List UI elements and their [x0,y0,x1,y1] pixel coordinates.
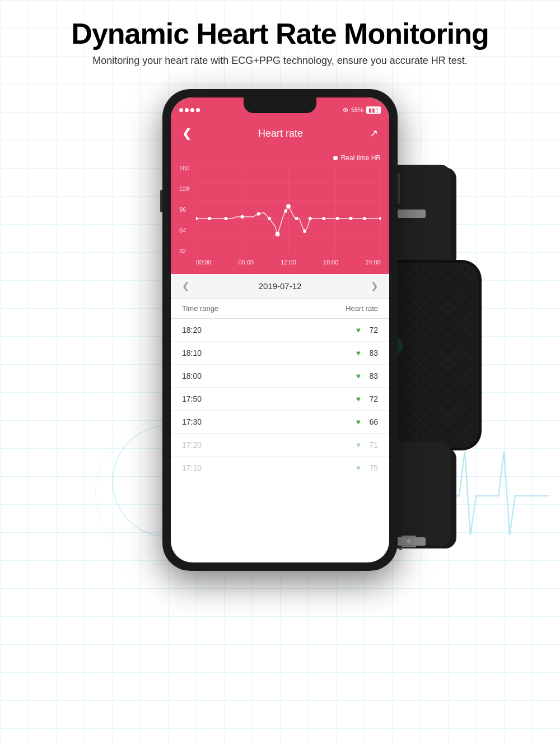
row-value-3: ♥ 83 [356,371,378,380]
legend-text: Real time HR [341,154,381,162]
x-label-1800: 18:00 [323,259,339,266]
svg-point-18 [286,204,291,208]
chart-y-labels: 160 128 96 64 32 [179,165,189,254]
chart-svg [196,165,381,254]
row-hr-5: 66 [364,417,378,426]
chart-container: 160 128 96 64 32 [179,165,381,266]
x-label-0600: 06:00 [239,259,254,266]
notch [244,97,316,113]
row-value-4: ♥ 72 [356,394,378,403]
chart-x-labels: 00:00 06:00 12:00 18:00 24:00 [196,259,381,266]
row-hr-1: 72 [364,326,378,334]
row-value-1: ♥ 72 [356,326,378,334]
col-hr-label: Heart rate [346,304,378,313]
row-time-2: 18:10 [182,348,202,357]
svg-point-14 [257,212,260,216]
side-button-left [160,190,162,212]
svg-point-15 [268,217,271,220]
prev-date-button[interactable]: ❮ [182,281,189,291]
svg-point-50 [399,547,402,550]
row-time-1: 18:20 [182,326,202,334]
signal-dot-3 [190,108,194,112]
y-label-32: 32 [179,248,189,254]
share-icon[interactable]: ↗ [370,127,378,140]
row-hr-6: 71 [364,440,378,449]
phone-mockup: ⊕ 55% ▮▮▯ ❮ Heart rate ↗ [162,89,398,571]
current-date: 2019-07-12 [259,281,302,291]
signal-dots [179,108,200,112]
table-row: 17:30 ♥ 66 [171,411,389,434]
signal-dot-4 [196,108,200,112]
row-time-4: 17:50 [182,394,202,403]
row-value-5: ♥ 66 [356,417,378,426]
svg-point-47 [407,540,410,543]
main-section: ⊕ 55% ▮▮▯ ❮ Heart rate ↗ [0,78,560,582]
signal-dot-1 [179,108,183,112]
row-hr-4: 72 [364,394,378,403]
back-button[interactable]: ❮ [182,127,192,140]
heart-icon-6: ♥ [356,440,361,449]
svg-point-19 [295,217,298,220]
svg-point-17 [284,209,287,212]
status-right: ⊕ 55% ▮▮▯ [343,106,381,114]
page-title: Dynamic Heart Rate Monitoring [11,17,549,50]
svg-point-10 [196,217,198,220]
table-row: 18:20 ♥ 72 [171,319,389,342]
heart-icon-2: ♥ [356,348,361,357]
svg-point-12 [224,217,227,220]
col-time-label: Time range [182,304,218,313]
table-row: 17:20 ♥ 71 [171,434,389,457]
x-label-1200: 12:00 [281,259,296,266]
svg-point-22 [322,217,325,220]
row-time-7: 17:10 [182,463,202,472]
row-hr-7: 75 [364,463,378,472]
y-label-96: 96 [179,206,189,213]
phone-body: ⊕ 55% ▮▮▯ ❮ Heart rate ↗ [162,89,398,571]
row-hr-2: 83 [364,348,378,357]
svg-point-25 [363,217,366,220]
y-label-160: 160 [179,165,189,171]
date-nav: ❮ 2019-07-12 ❯ [171,274,389,299]
x-label-0000: 00:00 [196,259,212,266]
row-hr-3: 83 [364,371,378,380]
y-label-64: 64 [179,227,189,234]
table-header: Time range Heart rate [171,299,389,319]
app-header: ❮ Heart rate ↗ [171,122,389,148]
row-time-6: 17:20 [182,440,202,449]
svg-point-21 [309,217,312,220]
page-subtitle: Monitoring your heart rate with ECG+PPG … [11,55,549,67]
heart-icon-3: ♥ [356,371,361,380]
app-title: Heart rate [258,128,303,140]
table-row: 18:10 ♥ 83 [171,342,389,365]
chart-legend: Real time HR [179,154,381,162]
status-bar: ⊕ 55% ▮▮▯ [171,97,389,122]
svg-point-11 [208,217,211,220]
signal-dot-2 [185,108,189,112]
bluetooth-icon: ⊕ [343,106,348,114]
side-button-right [398,173,400,204]
header-section: Dynamic Heart Rate Monitoring Monitoring… [0,0,560,78]
row-value-7: ♥ 75 [356,463,378,472]
row-time-3: 18:00 [182,371,202,380]
svg-point-23 [335,217,339,220]
heart-icon-5: ♥ [356,417,361,426]
row-value-2: ♥ 83 [356,348,378,357]
heart-icon-4: ♥ [356,394,361,403]
svg-point-16 [276,232,280,236]
table-row: 17:10 ♥ 75 [171,457,389,479]
battery-text: 55% [351,106,363,113]
table-rows: 18:20 ♥ 72 18:10 ♥ 83 [171,319,389,479]
phone-screen: ⊕ 55% ▮▮▯ ❮ Heart rate ↗ [171,97,389,562]
heart-icon-7: ♥ [356,463,361,472]
svg-point-26 [379,217,381,220]
chart-area: Real time HR 160 128 96 64 32 [171,148,389,274]
svg-point-24 [349,217,353,220]
table-row: 17:50 ♥ 72 [171,388,389,411]
svg-point-20 [303,230,306,233]
row-value-6: ♥ 71 [356,440,378,449]
row-time-5: 17:30 [182,417,202,426]
next-date-button[interactable]: ❯ [371,281,378,291]
legend-dot [333,156,338,160]
table-row: 18:00 ♥ 83 [171,365,389,388]
y-label-128: 128 [179,185,189,192]
